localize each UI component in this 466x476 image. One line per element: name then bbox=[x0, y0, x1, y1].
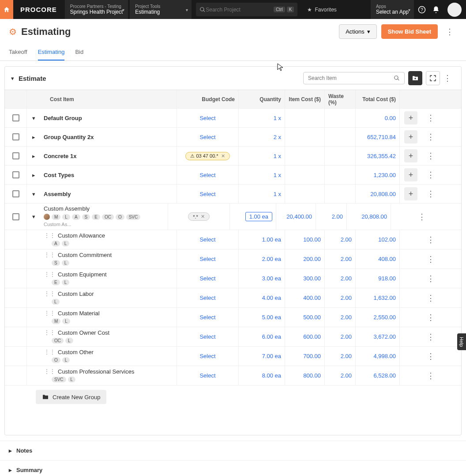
chip-remove[interactable]: ✕ bbox=[221, 153, 225, 159]
avatar[interactable] bbox=[447, 3, 462, 17]
row-checkbox[interactable] bbox=[12, 114, 19, 121]
qty-cell[interactable]: 8.00 ea bbox=[262, 372, 281, 379]
help-side-button[interactable]: Help bbox=[457, 333, 466, 351]
group-name[interactable]: Concrete 1x bbox=[40, 147, 177, 165]
budget-select[interactable]: Select bbox=[199, 333, 215, 340]
waste-cell[interactable]: 2.00 bbox=[341, 295, 352, 301]
drag-handle-icon[interactable]: ⋮⋮ bbox=[44, 348, 55, 355]
row-kebab[interactable]: ⋮ bbox=[423, 233, 438, 246]
waste-cell[interactable]: 2.00 bbox=[341, 275, 352, 282]
bell-icon[interactable] bbox=[429, 6, 443, 14]
group-name[interactable]: Default Group bbox=[40, 109, 177, 127]
qty-cell[interactable]: 2 x bbox=[274, 134, 281, 140]
qty-input[interactable]: 1.00 ea bbox=[245, 212, 272, 221]
item-cost-cell[interactable]: 300.00 bbox=[303, 275, 321, 282]
budget-select[interactable]: Select bbox=[199, 372, 215, 379]
group-name[interactable]: Group Quantity 2x bbox=[40, 128, 177, 146]
waste-cell[interactable]: 2.00 bbox=[341, 333, 352, 340]
drag-handle-icon[interactable]: ⋮⋮ bbox=[44, 368, 55, 375]
show-bid-sheet-button[interactable]: Show Bid Sheet bbox=[381, 24, 438, 39]
waste-cell[interactable]: 2.00 bbox=[341, 314, 352, 321]
row-checkbox[interactable] bbox=[12, 190, 19, 197]
global-search[interactable]: Ctrl K bbox=[196, 3, 297, 16]
notes-section[interactable]: ▸Notes bbox=[0, 441, 466, 460]
item-cost-cell[interactable]: 800.00 bbox=[303, 372, 321, 379]
item-cost-cell[interactable]: 100.00 bbox=[303, 236, 321, 243]
drag-handle-icon[interactable]: ⋮⋮ bbox=[44, 329, 55, 336]
qty-cell[interactable]: 2.00 ea bbox=[262, 256, 281, 262]
item-cost-cell[interactable]: 400.00 bbox=[303, 295, 321, 301]
qty-cell[interactable]: 3.00 ea bbox=[262, 275, 281, 282]
row-kebab[interactable]: ⋮ bbox=[423, 272, 438, 285]
budget-select[interactable]: Select bbox=[199, 115, 215, 121]
budget-select[interactable]: Select bbox=[199, 353, 215, 359]
page-kebab[interactable]: ⋮ bbox=[442, 25, 457, 38]
assembly-name[interactable]: Custom Assembly bbox=[44, 205, 164, 212]
row-kebab[interactable]: ⋮ bbox=[423, 149, 438, 162]
add-line-button[interactable]: + bbox=[404, 187, 417, 200]
budget-chip[interactable]: ⚠ 03 47 00.* ✕ bbox=[185, 152, 229, 160]
waste-cell[interactable]: 2.00 bbox=[341, 256, 352, 262]
fullscreen-button[interactable] bbox=[426, 71, 440, 85]
line-name[interactable]: Custom Other bbox=[58, 349, 94, 355]
row-kebab[interactable]: ⋮ bbox=[423, 291, 438, 305]
qty-cell[interactable]: 1.00 ea bbox=[262, 236, 281, 243]
help-icon[interactable]: ? bbox=[415, 6, 429, 14]
qty-cell[interactable]: 1 x bbox=[274, 115, 281, 121]
budget-chip[interactable]: *.* ✕ bbox=[188, 212, 210, 221]
home-button[interactable] bbox=[0, 0, 13, 19]
row-checkbox[interactable] bbox=[12, 213, 19, 220]
budget-select[interactable]: Select bbox=[199, 172, 215, 178]
qty-cell[interactable]: 6.00 ea bbox=[262, 333, 281, 340]
add-folder-button[interactable] bbox=[408, 71, 422, 85]
drag-handle-icon[interactable]: ⋮⋮ bbox=[44, 290, 55, 297]
collapse-estimate[interactable]: ▾ bbox=[11, 75, 14, 82]
expand-toggle[interactable]: ▸ bbox=[32, 172, 35, 178]
global-search-input[interactable] bbox=[206, 7, 272, 13]
row-checkbox[interactable] bbox=[12, 152, 19, 159]
row-kebab[interactable]: ⋮ bbox=[423, 111, 438, 125]
add-line-button[interactable]: + bbox=[404, 168, 417, 181]
expand-toggle[interactable]: ▾ bbox=[32, 115, 35, 121]
tab-bid[interactable]: Bid bbox=[75, 44, 83, 60]
row-checkbox[interactable] bbox=[12, 133, 19, 140]
waste-cell[interactable]: 2.00 bbox=[332, 213, 343, 220]
line-name[interactable]: Custom Labor bbox=[58, 291, 94, 297]
budget-select[interactable]: Select bbox=[199, 314, 215, 321]
drag-handle-icon[interactable]: ⋮⋮ bbox=[44, 232, 55, 239]
qty-cell[interactable]: 5.00 ea bbox=[262, 314, 281, 321]
budget-select[interactable]: Select bbox=[199, 191, 215, 197]
expand-toggle[interactable]: ▸ bbox=[32, 153, 35, 159]
qty-cell[interactable]: 1 x bbox=[274, 172, 281, 178]
row-kebab[interactable]: ⋮ bbox=[423, 130, 438, 144]
row-kebab[interactable]: ⋮ bbox=[414, 210, 429, 223]
waste-cell[interactable]: 2.00 bbox=[341, 236, 352, 243]
budget-select[interactable]: Select bbox=[199, 295, 215, 301]
add-line-button[interactable]: + bbox=[404, 111, 417, 125]
row-checkbox[interactable] bbox=[12, 171, 19, 178]
group-name[interactable]: Cost Types bbox=[40, 166, 177, 184]
tab-takeoff[interactable]: Takeoff bbox=[9, 44, 27, 60]
qty-cell[interactable]: 1 x bbox=[274, 191, 281, 197]
budget-select[interactable]: Select bbox=[199, 236, 215, 243]
actions-button[interactable]: Actions ▾ bbox=[339, 24, 377, 39]
item-cost-cell[interactable]: 20,400.00 bbox=[286, 213, 312, 220]
group-name[interactable]: Assembly bbox=[40, 185, 177, 203]
item-cost-cell[interactable]: 700.00 bbox=[303, 353, 321, 359]
company-project-dropdown[interactable]: Procore Partners - Testing Springs Healt… bbox=[65, 0, 128, 19]
row-kebab[interactable]: ⋮ bbox=[423, 311, 438, 324]
qty-cell[interactable]: 1 x bbox=[274, 153, 281, 159]
waste-cell[interactable]: 2.00 bbox=[341, 372, 352, 379]
line-name[interactable]: Custom Allowance bbox=[58, 232, 105, 239]
budget-select[interactable]: Select bbox=[199, 256, 215, 262]
row-kebab[interactable]: ⋮ bbox=[423, 253, 438, 266]
item-cost-cell[interactable]: 500.00 bbox=[303, 314, 321, 321]
line-name[interactable]: Custom Professional Services bbox=[58, 368, 134, 375]
line-name[interactable]: Custom Material bbox=[58, 310, 100, 317]
panel-kebab[interactable]: ⋮ bbox=[440, 72, 455, 85]
expand-toggle[interactable]: ▾ bbox=[32, 213, 35, 220]
line-name[interactable]: Custom Commitment bbox=[58, 252, 112, 258]
summary-section[interactable]: ▸Summary bbox=[0, 460, 466, 476]
row-kebab[interactable]: ⋮ bbox=[423, 187, 438, 200]
expand-toggle[interactable]: ▸ bbox=[32, 134, 35, 140]
